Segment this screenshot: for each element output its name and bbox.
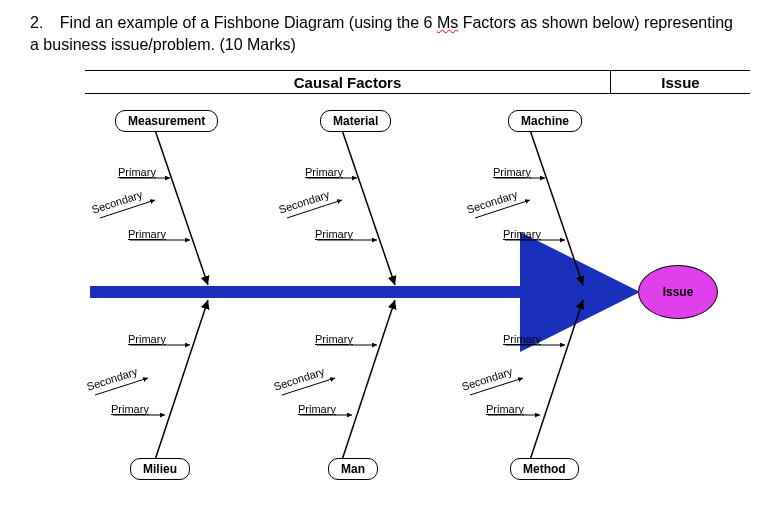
label-primary: Primary [305,166,343,178]
label-primary: Primary [315,333,353,345]
svg-line-6 [530,130,583,285]
issue-node: Issue [638,265,718,319]
svg-line-9 [530,300,583,460]
fishbone-diagram: Causal Factors Issue [30,70,750,490]
label-primary: Primary [128,333,166,345]
question-wavy: Ms [437,14,458,31]
label-primary: Primary [128,228,166,240]
svg-line-4 [155,130,208,285]
label-primary: Primary [503,333,541,345]
question-number: 2. [30,12,43,34]
category-material: Material [320,110,391,132]
label-primary: Primary [493,166,531,178]
label-primary: Primary [503,228,541,240]
svg-line-8 [342,300,395,460]
category-milieu: Milieu [130,458,190,480]
label-primary: Primary [298,403,336,415]
question-text: 2. Find an example of a Fishbone Diagram… [0,0,766,65]
svg-line-7 [155,300,208,460]
label-primary: Primary [486,403,524,415]
category-machine: Machine [508,110,582,132]
issue-label: Issue [663,285,694,299]
category-man: Man [328,458,378,480]
label-primary: Primary [111,403,149,415]
label-primary: Primary [118,166,156,178]
svg-line-5 [342,130,395,285]
label-primary: Primary [315,228,353,240]
category-method: Method [510,458,579,480]
category-measurement: Measurement [115,110,218,132]
question-part1: Find an example of a Fishbone Diagram (u… [60,14,437,31]
